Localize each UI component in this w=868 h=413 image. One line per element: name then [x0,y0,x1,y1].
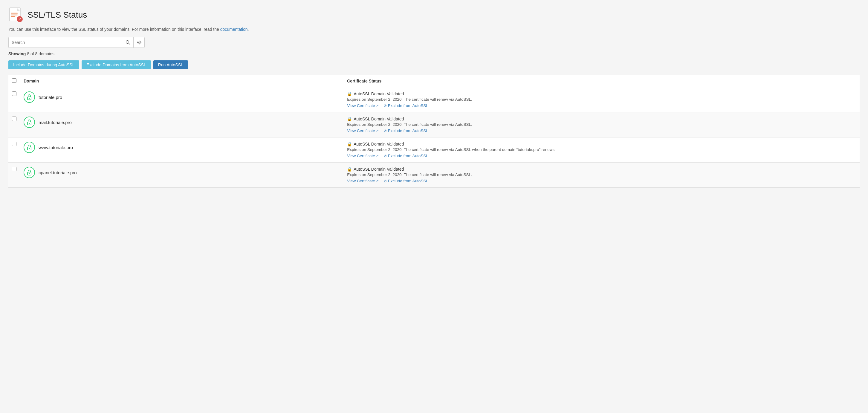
domain-name-cpanel-tutoriale-pro: cpanel.tutoriale.pro [38,170,77,175]
view-cert-link-www-tutoriale-pro[interactable]: View Certificate ➚ [347,154,379,158]
search-input[interactable] [8,37,122,48]
cert-actions-mail-tutoriale-pro: View Certificate ➚ ⊘ Exclude from AutoSS… [347,128,856,133]
svg-point-11 [29,98,30,99]
cert-actions-www-tutoriale-pro: View Certificate ➚ ⊘ Exclude from AutoSS… [347,154,856,158]
cert-validated-tutoriale-pro: 🔒 AutoSSL Domain Validated [347,91,856,96]
domain-icon-www-tutoriale-pro [24,141,35,153]
cert-expires-www-tutoriale-pro: Expires on September 2, 2020. The certif… [347,147,856,152]
exclude-icon-www-tutoriale-pro: ⊘ [383,154,387,158]
gear-button[interactable] [133,37,145,48]
domain-name-tutoriale-pro: tutoriale.pro [38,95,62,100]
svg-point-9 [138,41,140,43]
lock-icon-tutoriale-pro [26,94,33,100]
domain-name-www-tutoriale-pro: www.tutoriale.pro [38,145,73,150]
domain-icon-cpanel-tutoriale-pro [24,167,35,178]
domain-cell-www-tutoriale-pro: www.tutoriale.pro [20,137,343,163]
cert-validated-mail-tutoriale-pro: 🔒 AutoSSL Domain Validated [347,117,856,121]
exclude-icon-tutoriale-pro: ⊘ [383,103,387,108]
row-checkbox-cpanel-tutoriale-pro[interactable] [12,167,17,171]
table-row: mail.tutoriale.pro 🔒 AutoSSL Domain Vali… [8,113,860,137]
domains-table: Domain Certificate Status tutoriale.pro … [8,75,860,188]
run-autossl-button[interactable]: Run AutoSSL [153,60,188,69]
table-header-row: Domain Certificate Status [8,75,860,87]
external-link-icon-www-tutoriale-pro: ➚ [376,154,379,158]
lock-icon-cpanel-tutoriale-pro [26,169,33,176]
exclude-autossl-link-mail-tutoriale-pro[interactable]: ⊘ Exclude from AutoSSL [383,128,428,133]
cert-lock-icon-mail-tutoriale-pro: 🔒 [347,117,352,121]
cert-status-label-mail-tutoriale-pro: AutoSSL Domain Validated [353,117,404,121]
domain-cell-tutoriale-pro: tutoriale.pro [20,87,343,113]
view-cert-link-cpanel-tutoriale-pro[interactable]: View Certificate ➚ [347,179,379,183]
row-checkbox-mail-tutoriale-pro[interactable] [12,117,17,121]
doc-link[interactable]: documentation [220,27,248,32]
showing-label: Showing [8,52,26,56]
cert-status-label-tutoriale-pro: AutoSSL Domain Validated [353,91,404,96]
select-all-checkbox[interactable] [12,78,17,83]
include-domains-button[interactable]: Include Domains during AutoSSL [8,60,79,69]
cert-lock-icon-cpanel-tutoriale-pro: 🔒 [347,167,352,171]
row-checkbox-www-tutoriale-pro[interactable] [12,141,17,146]
domain-cell-cpanel-tutoriale-pro: cpanel.tutoriale.pro [20,163,343,188]
cert-status-cell-www-tutoriale-pro: 🔒 AutoSSL Domain Validated Expires on Se… [343,137,860,163]
svg-point-15 [29,148,30,149]
action-buttons: Include Domains during AutoSSL Exclude D… [8,60,860,69]
external-link-icon-tutoriale-pro: ➚ [376,104,379,107]
table-row: cpanel.tutoriale.pro 🔒 AutoSSL Domain Va… [8,163,860,188]
svg-text:?: ? [19,17,21,21]
lock-icon-mail-tutoriale-pro [26,119,33,126]
cert-status-label-www-tutoriale-pro: AutoSSL Domain Validated [353,141,404,147]
svg-line-8 [128,43,130,44]
page-icon: ? [8,7,24,23]
external-link-icon-cpanel-tutoriale-pro: ➚ [376,179,379,183]
cert-validated-www-tutoriale-pro: 🔒 AutoSSL Domain Validated [347,141,856,147]
search-row [8,37,860,48]
table-row: www.tutoriale.pro 🔒 AutoSSL Domain Valid… [8,137,860,163]
search-button[interactable] [122,37,133,48]
exclude-icon-mail-tutoriale-pro: ⊘ [383,128,387,133]
exclude-icon-cpanel-tutoriale-pro: ⊘ [383,179,387,183]
page-title: SSL/TLS Status [28,10,87,20]
svg-point-13 [29,123,30,124]
cert-lock-icon-www-tutoriale-pro: 🔒 [347,141,352,147]
header-cert-status: Certificate Status [343,75,860,87]
gear-icon [136,40,142,45]
exclude-autossl-link-www-tutoriale-pro[interactable]: ⊘ Exclude from AutoSSL [383,154,428,158]
showing-count: 8 [27,52,29,56]
domain-icon-tutoriale-pro [24,91,35,103]
showing-text: Showing 8 of 8 domains [8,52,860,56]
cert-status-label-cpanel-tutoriale-pro: AutoSSL Domain Validated [353,167,404,171]
description: You can use this interface to view the S… [8,27,860,32]
domain-icon-mail-tutoriale-pro [24,117,35,128]
showing-unit: domains [38,52,54,56]
exclude-autossl-link-tutoriale-pro[interactable]: ⊘ Exclude from AutoSSL [383,103,428,108]
row-checkbox-tutoriale-pro[interactable] [12,91,17,96]
cert-actions-cpanel-tutoriale-pro: View Certificate ➚ ⊘ Exclude from AutoSS… [347,179,856,183]
cert-expires-tutoriale-pro: Expires on September 2, 2020. The certif… [347,97,856,102]
external-link-icon-mail-tutoriale-pro: ➚ [376,129,379,133]
view-cert-link-tutoriale-pro[interactable]: View Certificate ➚ [347,103,379,108]
exclude-autossl-link-cpanel-tutoriale-pro[interactable]: ⊘ Exclude from AutoSSL [383,179,428,183]
cert-expires-mail-tutoriale-pro: Expires on September 2, 2020. The certif… [347,122,856,127]
showing-total: 8 [35,52,37,56]
cert-status-cell-cpanel-tutoriale-pro: 🔒 AutoSSL Domain Validated Expires on Se… [343,163,860,188]
cert-status-cell-mail-tutoriale-pro: 🔒 AutoSSL Domain Validated Expires on Se… [343,113,860,137]
cert-lock-icon-tutoriale-pro: 🔒 [347,91,352,96]
domain-name-mail-tutoriale-pro: mail.tutoriale.pro [38,120,72,125]
search-icon [126,40,130,45]
svg-point-17 [29,173,30,174]
lock-icon-www-tutoriale-pro [26,144,33,151]
domain-cell-mail-tutoriale-pro: mail.tutoriale.pro [20,113,343,137]
header-domain: Domain [20,75,343,87]
cert-expires-cpanel-tutoriale-pro: Expires on September 2, 2020. The certif… [347,172,856,177]
cert-status-cell-tutoriale-pro: 🔒 AutoSSL Domain Validated Expires on Se… [343,87,860,113]
view-cert-link-mail-tutoriale-pro[interactable]: View Certificate ➚ [347,128,379,133]
cert-validated-cpanel-tutoriale-pro: 🔒 AutoSSL Domain Validated [347,167,856,171]
exclude-domains-button[interactable]: Exclude Domains from AutoSSL [82,60,151,69]
page-header: ? SSL/TLS Status [8,7,860,23]
header-checkbox-col [8,75,20,87]
cert-actions-tutoriale-pro: View Certificate ➚ ⊘ Exclude from AutoSS… [347,103,856,108]
table-row: tutoriale.pro 🔒 AutoSSL Domain Validated… [8,87,860,113]
